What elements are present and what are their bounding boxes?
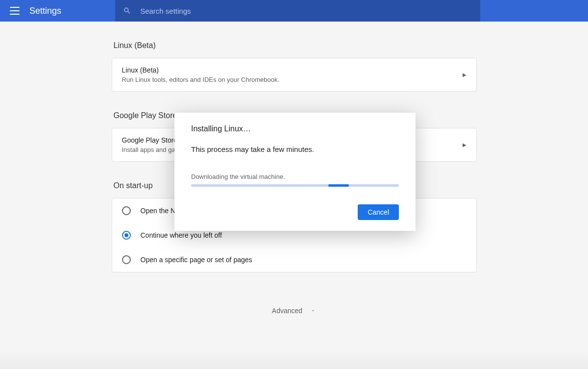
progress-indicator: [328, 184, 349, 187]
cancel-button[interactable]: Cancel: [358, 204, 399, 220]
search-container[interactable]: [115, 0, 480, 22]
dialog-title: Installing Linux…: [191, 124, 399, 133]
startup-option-label: Open a specific page or set of pages: [141, 256, 252, 264]
advanced-label: Advanced: [272, 307, 302, 315]
radio-icon[interactable]: [122, 255, 131, 264]
page-title: Settings: [29, 6, 61, 16]
app-header: Settings: [0, 0, 588, 22]
startup-option-specific[interactable]: Open a specific page or set of pages: [112, 247, 476, 272]
linux-card: Linux (Beta) Run Linux tools, editors an…: [112, 58, 477, 92]
search-input[interactable]: [140, 7, 472, 15]
dialog-message: This process may take a few minutes.: [191, 145, 399, 153]
chevron-down-icon: [310, 308, 316, 314]
chevron-right-icon: ▶: [463, 72, 466, 77]
startup-option-label: Continue where you left off: [141, 231, 222, 239]
dialog-status: Downloading the virtual machine.: [191, 173, 399, 180]
radio-icon[interactable]: [122, 206, 131, 215]
progress-bar: [191, 184, 399, 187]
radio-icon[interactable]: [122, 231, 131, 240]
hamburger-menu-icon[interactable]: [10, 7, 20, 15]
advanced-toggle[interactable]: Advanced: [112, 292, 477, 329]
linux-row-title: Linux (Beta): [122, 66, 280, 74]
search-icon: [123, 6, 131, 15]
section-heading-linux: Linux (Beta): [114, 41, 477, 50]
bottom-fade: [0, 349, 588, 369]
chevron-right-icon: ▶: [463, 142, 466, 148]
install-linux-dialog: Installing Linux… This process may take …: [174, 113, 416, 231]
linux-row[interactable]: Linux (Beta) Run Linux tools, editors an…: [112, 58, 476, 91]
linux-row-sub: Run Linux tools, editors and IDEs on you…: [122, 76, 280, 83]
